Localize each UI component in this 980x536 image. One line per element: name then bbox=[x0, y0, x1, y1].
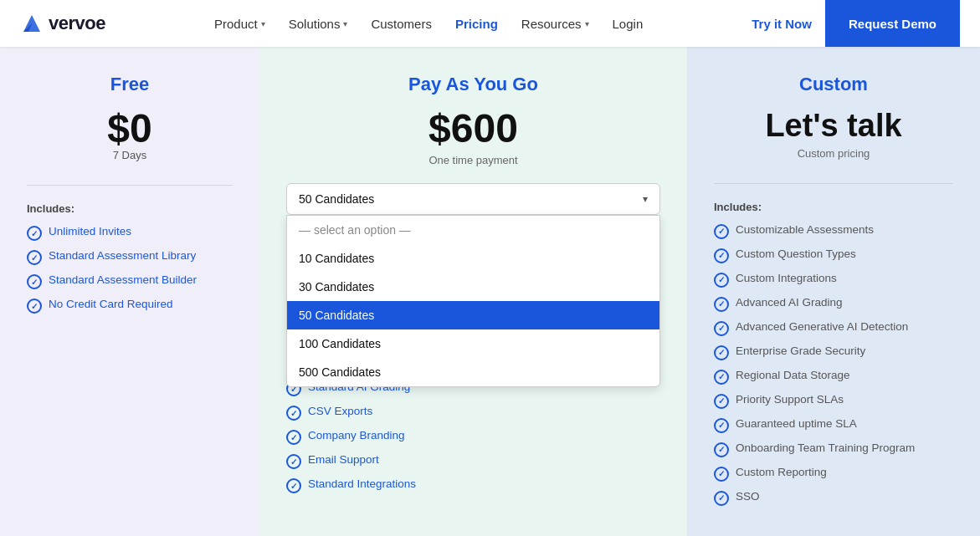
feature-text: Standard Assessment Library bbox=[49, 249, 196, 262]
feature-text: Custom Reporting bbox=[736, 466, 827, 478]
logo-icon bbox=[20, 12, 44, 35]
feature-text: Custom Integrations bbox=[736, 272, 837, 284]
payg-plan-title: Pay As You Go bbox=[286, 74, 660, 95]
free-plan-duration: 7 Days bbox=[27, 149, 233, 161]
feature-text: SSO bbox=[736, 490, 760, 503]
list-item: Advanced Generative AI Detection bbox=[714, 320, 953, 336]
feature-text: Onboarding Team Training Program bbox=[736, 442, 915, 454]
list-item: Standard Integrations bbox=[286, 477, 660, 493]
free-divider bbox=[27, 185, 233, 186]
logo[interactable]: vervoe bbox=[20, 12, 105, 35]
list-item: Email Support bbox=[286, 453, 660, 469]
list-item: CSV Exports bbox=[286, 405, 660, 421]
list-item: Guaranteed uptime SLA bbox=[714, 417, 953, 433]
free-plan-title: Free bbox=[27, 74, 233, 95]
free-plan-card: Free $0 7 Days Includes: Unlimited Invit… bbox=[0, 47, 259, 536]
check-icon bbox=[714, 491, 729, 506]
resources-arrow-icon: ▾ bbox=[585, 19, 589, 28]
check-icon bbox=[286, 478, 301, 493]
pricing-container: Free $0 7 Days Includes: Unlimited Invit… bbox=[0, 47, 980, 536]
list-item: Standard Assessment Builder bbox=[27, 273, 233, 289]
feature-text: Company Branding bbox=[308, 429, 405, 442]
nav-resources[interactable]: Resources ▾ bbox=[521, 17, 589, 31]
feature-text: Standard Assessment Builder bbox=[49, 273, 197, 286]
free-feature-list: Unlimited Invites Standard Assessment Li… bbox=[27, 225, 233, 314]
list-item: Enterprise Grade Security bbox=[714, 345, 953, 360]
feature-text: Custom Question Types bbox=[736, 248, 856, 260]
logo-text: vervoe bbox=[49, 13, 105, 34]
custom-plan-price: Let's talk bbox=[714, 109, 953, 144]
nav-product[interactable]: Product ▾ bbox=[214, 17, 265, 31]
payg-plan-price: $600 bbox=[286, 109, 660, 149]
list-item: Custom Reporting bbox=[714, 466, 953, 482]
custom-plan-title: Custom bbox=[714, 74, 953, 95]
list-item: Custom Integrations bbox=[714, 272, 953, 288]
custom-includes-label: Includes: bbox=[714, 201, 953, 213]
nav-login[interactable]: Login bbox=[613, 17, 644, 31]
feature-text: CSV Exports bbox=[308, 405, 372, 417]
list-item: Unlimited Invites bbox=[27, 225, 233, 241]
check-icon bbox=[714, 224, 729, 239]
check-icon bbox=[714, 370, 729, 385]
feature-text: No Credit Card Required bbox=[49, 298, 173, 310]
check-icon bbox=[714, 273, 729, 288]
list-item: Company Branding bbox=[286, 429, 660, 445]
custom-divider bbox=[714, 183, 953, 184]
nav-pricing[interactable]: Pricing bbox=[455, 17, 498, 31]
feature-text: Unlimited Invites bbox=[49, 225, 131, 237]
check-icon bbox=[714, 442, 729, 457]
list-item: Standard Assessment Library bbox=[27, 249, 233, 265]
candidates-dropdown[interactable]: 50 Candidates ▾ bbox=[286, 183, 660, 215]
navbar: vervoe Product ▾ Solutions ▾ Customers P… bbox=[0, 0, 980, 47]
payg-plan-card: Pay As You Go $600 One time payment 50 C… bbox=[259, 47, 687, 536]
try-now-button[interactable]: Try it Now bbox=[752, 17, 812, 31]
payg-payment-note: One time payment bbox=[286, 154, 660, 166]
feature-text: Advanced AI Grading bbox=[736, 296, 843, 309]
check-icon bbox=[714, 297, 729, 312]
check-icon bbox=[714, 321, 729, 336]
dropdown-option-500[interactable]: 500 Candidates bbox=[287, 358, 659, 386]
check-icon bbox=[27, 226, 42, 241]
list-item: Regional Data Storage bbox=[714, 369, 953, 385]
candidates-dropdown-list: — select an option — 10 Candidates 30 Ca… bbox=[286, 215, 660, 387]
dropdown-option-placeholder[interactable]: — select an option — bbox=[287, 216, 659, 244]
feature-text: Standard Integrations bbox=[308, 477, 416, 490]
nav-solutions[interactable]: Solutions ▾ bbox=[289, 17, 348, 31]
product-arrow-icon: ▾ bbox=[261, 19, 265, 28]
list-item: Priority Support SLAs bbox=[714, 393, 953, 409]
list-item: No Credit Card Required bbox=[27, 298, 233, 314]
nav-links: Product ▾ Solutions ▾ Customers Pricing … bbox=[214, 17, 643, 31]
check-icon bbox=[714, 394, 729, 409]
nav-right: Try it Now Request Demo bbox=[752, 0, 960, 47]
dropdown-option-100[interactable]: 100 Candidates bbox=[287, 329, 659, 358]
check-icon bbox=[27, 250, 42, 265]
list-item: Advanced AI Grading bbox=[714, 296, 953, 312]
check-icon bbox=[714, 418, 729, 433]
dropdown-option-10[interactable]: 10 Candidates bbox=[287, 244, 659, 273]
feature-text: Enterprise Grade Security bbox=[736, 345, 865, 357]
check-icon bbox=[286, 454, 301, 469]
feature-text: Priority Support SLAs bbox=[736, 393, 844, 406]
dropdown-option-30[interactable]: 30 Candidates bbox=[287, 273, 659, 301]
custom-plan-card: Custom Let's talk Custom pricing Include… bbox=[687, 47, 980, 536]
check-icon bbox=[714, 248, 729, 263]
feature-text: Advanced Generative AI Detection bbox=[736, 320, 908, 333]
dropdown-option-50[interactable]: 50 Candidates bbox=[287, 301, 659, 329]
check-icon bbox=[27, 299, 42, 314]
free-plan-price: $0 bbox=[27, 109, 233, 149]
list-item: SSO bbox=[714, 490, 953, 506]
dropdown-arrow-icon: ▾ bbox=[643, 193, 648, 205]
free-includes-label: Includes: bbox=[27, 202, 233, 215]
list-item: Customizable Assessments bbox=[714, 223, 953, 239]
custom-feature-list: Customizable Assessments Custom Question… bbox=[714, 223, 953, 506]
candidates-dropdown-wrapper: 50 Candidates ▾ — select an option — 10 … bbox=[286, 183, 660, 215]
solutions-arrow-icon: ▾ bbox=[343, 19, 347, 28]
dropdown-selected-value: 50 Candidates bbox=[299, 192, 374, 206]
request-demo-button[interactable]: Request Demo bbox=[825, 0, 960, 47]
feature-text: Guaranteed uptime SLA bbox=[736, 417, 857, 430]
nav-customers[interactable]: Customers bbox=[371, 17, 432, 31]
list-item: Onboarding Team Training Program bbox=[714, 442, 953, 457]
custom-pricing-note: Custom pricing bbox=[714, 147, 953, 160]
check-icon bbox=[286, 406, 301, 421]
list-item: Custom Question Types bbox=[714, 248, 953, 263]
